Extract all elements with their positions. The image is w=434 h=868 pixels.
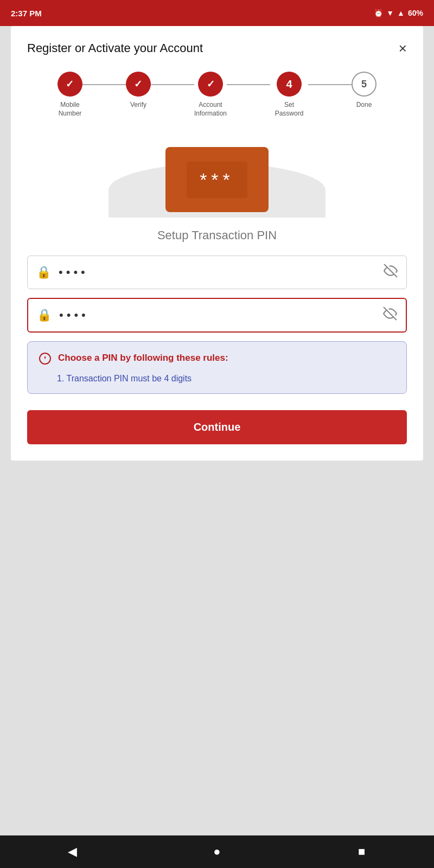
step-3-label: AccountInformation <box>194 101 227 118</box>
step-3-circle: ✓ <box>198 72 223 97</box>
step-1-label: MobileNumber <box>59 101 82 118</box>
status-icons: ⏰ ▼ ▲ 60% <box>374 9 423 17</box>
pin-input-2-container: 🔒 <box>27 298 407 333</box>
progress-stepper: ✓ MobileNumber ✓ Verify ✓ AccountInforma… <box>11 66 423 131</box>
step-4-circle: 4 <box>277 72 302 97</box>
step-1-circle: ✓ <box>58 72 82 97</box>
form-section-title: Setup Transaction PIN <box>11 218 423 256</box>
navigation-bar: ◀ ● ■ <box>0 835 434 868</box>
status-time: 2:37 PM <box>11 9 42 18</box>
pin-input-2[interactable] <box>59 308 383 322</box>
pin-rules-box: Choose a PIN by following these rules: 1… <box>27 341 407 394</box>
connector-3-4 <box>227 84 270 85</box>
pin-box-inner: *** <box>187 162 247 198</box>
toggle-visibility-1[interactable] <box>384 264 398 281</box>
step-2-label: Verify <box>130 101 146 110</box>
card-header: Register or Activate your Account × <box>11 26 423 66</box>
step-2-circle: ✓ <box>126 72 151 97</box>
step-4-label: Set Password <box>270 101 308 118</box>
step-5-label: Done <box>356 101 372 110</box>
page-title: Register or Activate your Account <box>27 41 203 55</box>
close-button[interactable]: × <box>399 41 407 55</box>
pin-input-1[interactable] <box>59 265 384 279</box>
registration-card: Register or Activate your Account × ✓ Mo… <box>11 26 423 461</box>
recent-button[interactable]: ■ <box>351 841 373 863</box>
battery-text: 60% <box>408 9 423 17</box>
illustration-area: *** <box>11 131 423 218</box>
pin-rule-1: 1. Transaction PIN must be 4 digits <box>39 374 395 384</box>
signal-icon: ▲ <box>397 9 405 17</box>
back-button[interactable]: ◀ <box>61 841 83 863</box>
info-title: Choose a PIN by following these rules: <box>58 352 228 365</box>
step-2: ✓ Verify <box>126 72 151 110</box>
status-bar: 2:37 PM ⏰ ▼ ▲ 60% <box>0 0 434 26</box>
lock-icon-1: 🔒 <box>36 265 51 279</box>
wifi-icon: ▼ <box>386 9 394 17</box>
step-5-circle: 5 <box>352 72 376 97</box>
pin-stars-display: *** <box>200 169 234 190</box>
home-button[interactable]: ● <box>206 841 228 863</box>
alarm-icon: ⏰ <box>374 9 383 17</box>
pin-input-1-container: 🔒 <box>27 256 407 289</box>
step-5: 5 Done <box>352 72 376 110</box>
step-4: 4 Set Password <box>270 72 308 118</box>
connector-4-5 <box>308 84 352 85</box>
lock-icon-2: 🔒 <box>37 308 52 322</box>
continue-button[interactable]: Continue <box>27 410 407 444</box>
step-1: ✓ MobileNumber <box>58 72 82 118</box>
info-header: Choose a PIN by following these rules: <box>39 352 395 368</box>
pin-illustration-box: *** <box>165 147 269 212</box>
main-background: Register or Activate your Account × ✓ Mo… <box>0 26 434 835</box>
connector-2-3 <box>151 84 194 85</box>
step-3: ✓ AccountInformation <box>194 72 227 118</box>
connector-1-2 <box>82 84 126 85</box>
info-icon <box>39 352 52 368</box>
toggle-visibility-2[interactable] <box>383 307 397 324</box>
